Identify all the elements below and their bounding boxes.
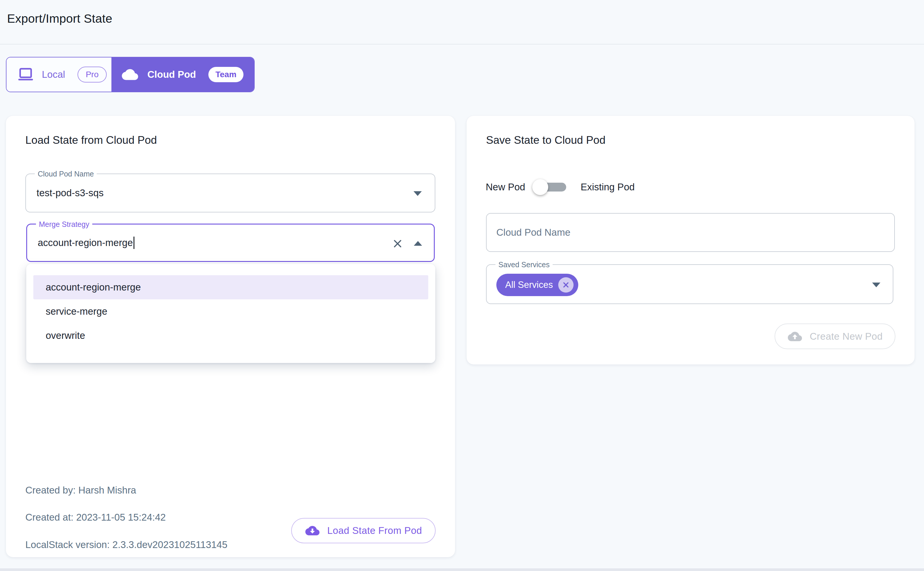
switch-thumb[interactable] (532, 179, 548, 195)
horizontal-scrollbar[interactable] (0, 568, 924, 571)
cloud-icon (121, 68, 139, 81)
clear-icon[interactable] (392, 238, 403, 249)
tab-local[interactable]: Local Pro (6, 57, 111, 92)
meta-created-by: Created by: Harsh Mishra (25, 485, 136, 496)
merge-option-overwrite[interactable]: overwrite (33, 324, 428, 348)
create-button-label: Create New Pod (810, 331, 883, 342)
chevron-down-icon[interactable] (872, 282, 881, 287)
load-card-title: Load State from Cloud Pod (25, 134, 157, 147)
meta-created-at: Created at: 2023-11-05 15:24:42 (25, 512, 165, 523)
team-badge: Team (209, 67, 243, 82)
cloud-pod-name-select-value: test-pod-s3-sqs (37, 174, 104, 212)
meta-localstack-version: LocalStack version: 2.3.3.dev20231025113… (25, 539, 227, 550)
header-divider (0, 44, 924, 45)
cloud-pod-name-select[interactable]: Cloud Pod Name test-pod-s3-sqs (25, 174, 435, 213)
merge-option-service-merge[interactable]: service-merge (33, 299, 428, 324)
chevron-down-icon[interactable] (414, 191, 422, 196)
saved-services-label: Saved Services (496, 260, 553, 269)
saved-services-select[interactable]: Saved Services All Services (486, 264, 893, 304)
pod-mode-toggle-row: New Pod Existing Pod (486, 176, 635, 198)
merge-option-account-region-merge[interactable]: account-region-merge (33, 275, 428, 299)
existing-pod-label: Existing Pod (581, 182, 635, 193)
merge-strategy-dropdown: account-region-merge service-merge overw… (26, 264, 435, 363)
text-cursor (133, 236, 134, 249)
state-source-tabs: Local Pro Cloud Pod Team (6, 57, 255, 92)
create-new-pod-button[interactable]: Create New Pod (774, 324, 895, 349)
export-import-state-page: Export/Import State Local Pro Cloud Pod … (0, 0, 924, 571)
tab-local-label: Local (42, 69, 65, 80)
load-button-label: Load State From Pod (327, 525, 422, 536)
save-cloud-pod-name-field (486, 213, 895, 252)
tab-cloud-pod-label: Cloud Pod (147, 69, 196, 80)
all-services-chip[interactable]: All Services (496, 274, 578, 296)
save-card-title: Save State to Cloud Pod (486, 134, 606, 147)
load-state-card: Load State from Cloud Pod Cloud Pod Name… (6, 116, 455, 557)
all-services-chip-label: All Services (505, 279, 553, 290)
load-state-from-pod-button[interactable]: Load State From Pod (291, 518, 436, 543)
merge-strategy-input[interactable]: Merge Strategy account-region-merge (26, 224, 435, 262)
save-state-card: Save State to Cloud Pod New Pod Existing… (467, 116, 915, 364)
cloud-upload-icon (787, 330, 803, 343)
pro-badge: Pro (77, 66, 107, 82)
chevron-up-icon[interactable] (414, 241, 422, 246)
tab-cloud-pod[interactable]: Cloud Pod Team (111, 57, 254, 92)
pod-mode-switch[interactable] (531, 176, 575, 198)
page-title: Export/Import State (7, 12, 112, 26)
chip-delete-icon[interactable] (558, 277, 573, 293)
cloud-download-icon (305, 525, 320, 537)
save-cloud-pod-name-input[interactable] (496, 214, 874, 251)
laptop-icon (17, 67, 34, 82)
new-pod-label: New Pod (486, 182, 525, 193)
merge-strategy-value: account-region-merge (38, 225, 134, 261)
